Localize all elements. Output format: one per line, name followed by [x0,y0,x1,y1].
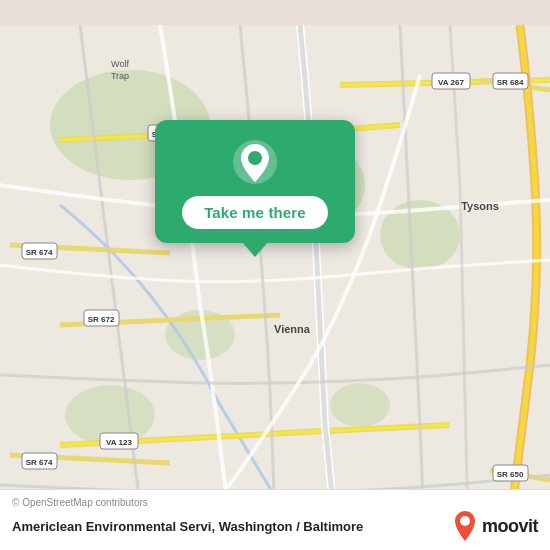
place-name: Americlean Environmental Servi, Washingt… [12,519,452,534]
map-background: Wolf Trap SR 675 SR 684 VA 267 SR 674 SR… [0,0,550,550]
svg-text:Vienna: Vienna [274,323,311,335]
bottom-bar: © OpenStreetMap contributors Americlean … [0,489,550,550]
moovit-text-label: moovit [482,516,538,537]
moovit-pin-icon [452,510,478,542]
svg-text:SR 674: SR 674 [26,458,53,467]
map-container: Wolf Trap SR 675 SR 684 VA 267 SR 674 SR… [0,0,550,550]
svg-point-29 [460,516,470,526]
svg-text:VA 267: VA 267 [438,78,464,87]
map-attribution: © OpenStreetMap contributors [12,497,538,508]
svg-text:SR 650: SR 650 [497,470,524,479]
moovit-logo: moovit [452,510,538,542]
svg-text:Wolf: Wolf [111,59,129,69]
svg-text:Trap: Trap [111,71,129,81]
svg-text:SR 674: SR 674 [26,248,53,257]
svg-point-28 [248,151,262,165]
svg-text:SR 672: SR 672 [88,315,115,324]
location-pin-icon [231,138,279,186]
take-me-there-button[interactable]: Take me there [182,196,328,229]
popup-card: Take me there [155,120,355,243]
svg-text:VA 123: VA 123 [106,438,132,447]
svg-text:Tysons: Tysons [461,200,499,212]
svg-text:SR 684: SR 684 [497,78,524,87]
svg-point-6 [330,383,390,427]
